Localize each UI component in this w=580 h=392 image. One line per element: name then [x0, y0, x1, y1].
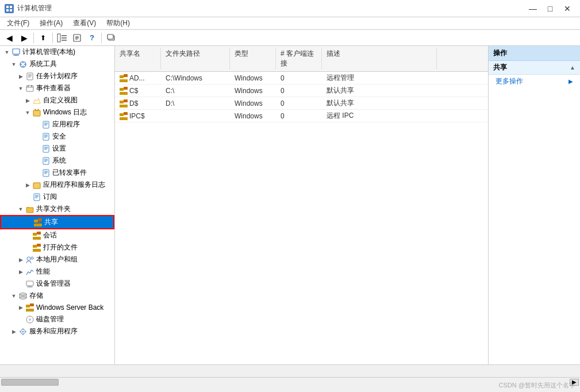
table-header: 共享名 文件夹路径 类型 # 客户端连接 描述	[115, 46, 488, 72]
expand-shared[interactable]: ▼	[16, 205, 25, 214]
tree-storage[interactable]: ▼ 存储	[0, 290, 114, 302]
tree-root[interactable]: ▼ 计算机管理(本地)	[0, 46, 114, 58]
more-actions-item[interactable]: 更多操作 ▶	[489, 75, 580, 88]
svg-rect-44	[43, 157, 49, 164]
tree-event-viewer[interactable]: ▼ 事件查看器	[0, 82, 114, 94]
task-icon	[25, 72, 34, 81]
tree-custom-views[interactable]: ▶ 自定义视图	[0, 94, 114, 106]
table-row[interactable]: C$ C:\ Windows 0 默认共享	[115, 84, 488, 97]
minimize-button[interactable]: —	[525, 2, 541, 15]
col-clients-header[interactable]: # 客户端连接	[276, 48, 322, 70]
svg-rect-28	[28, 85, 29, 87]
tree-setup[interactable]: 设置	[0, 143, 114, 155]
back-button[interactable]: ◀	[2, 32, 16, 44]
expand-app-svc[interactable]: ▶	[23, 180, 32, 190]
main-area: ▼ 计算机管理(本地) ▼ 系统工具 ▶ 任务计划程序 ▼	[0, 46, 580, 364]
tree-services[interactable]: ▶ 服务和应用程序	[0, 325, 114, 337]
help-button[interactable]: ?	[85, 32, 99, 44]
tree-system-tools[interactable]: ▼ 系统工具	[0, 58, 114, 70]
tree-performance[interactable]: ▶ 性能	[0, 266, 114, 278]
cell-clients-4: 0	[276, 111, 322, 121]
svg-rect-81	[30, 303, 34, 306]
tree-shared-label: 共享文件夹	[36, 204, 71, 214]
tree-shares-label: 共享	[44, 217, 58, 227]
svg-rect-26	[26, 86, 33, 91]
expand-custom[interactable]: ▶	[23, 96, 32, 105]
expand-system-tools[interactable]: ▼	[9, 60, 18, 69]
tree-system-log[interactable]: 系统	[0, 155, 114, 167]
expand-services[interactable]: ▶	[9, 327, 18, 336]
tree-forwarded[interactable]: 已转发事件	[0, 167, 114, 179]
expand-root[interactable]: ▼	[2, 48, 11, 57]
maximize-button[interactable]: □	[542, 2, 558, 15]
col-type-header[interactable]: 类型	[230, 48, 276, 70]
scroll-thumb[interactable]	[1, 379, 59, 386]
svg-rect-40	[43, 145, 49, 152]
svg-rect-13	[107, 34, 113, 39]
expand-perf[interactable]: ▶	[16, 267, 25, 276]
tree-security-label: 安全	[52, 132, 66, 141]
table-row[interactable]: IPC$ Windows 0 远程 IPC	[115, 110, 488, 122]
toolbar-sep-2	[52, 33, 53, 43]
expand-task[interactable]: ▶	[16, 72, 25, 81]
properties-button[interactable]	[70, 32, 84, 44]
tree-windows-log[interactable]: ▼ Windows 日志	[0, 106, 114, 118]
close-button[interactable]: ✕	[559, 2, 575, 15]
tree-shares[interactable]: 共享	[0, 215, 114, 229]
tree-local-users[interactable]: ▶ 本地用户和组	[0, 253, 114, 266]
toolbar-sep-1	[33, 33, 34, 43]
table-row[interactable]: AD... C:\Windows Windows 0 远程管理	[115, 72, 488, 84]
tree-wsbk[interactable]: ▶ Windows Server Back	[0, 302, 114, 313]
table-row[interactable]: D$ D:\ Windows 0 默认共享	[115, 97, 488, 110]
menu-help[interactable]: 帮助(H)	[102, 17, 135, 29]
cell-type-4: Windows	[230, 111, 276, 121]
bottom-scrollbar[interactable]: ▶	[0, 377, 580, 386]
tree-system-log-label: 系统	[52, 156, 66, 166]
local-users-icon	[25, 255, 34, 264]
cell-path-4	[161, 115, 230, 117]
cell-clients-3: 0	[276, 98, 322, 109]
tree-local-users-label: 本地用户和组	[36, 255, 78, 264]
security-icon	[41, 132, 51, 141]
svg-rect-70	[37, 244, 41, 247]
app-log-icon	[41, 120, 51, 129]
new-window-button[interactable]	[104, 32, 118, 44]
up-button[interactable]: ⬆	[36, 32, 50, 44]
tree-wsbk-label: Windows Server Back	[36, 303, 103, 312]
expand-wsbk[interactable]: ▶	[16, 303, 25, 312]
tree-sessions[interactable]: 会话	[0, 229, 114, 241]
actions-section-header[interactable]: 共享 ▲	[489, 61, 580, 75]
col-name-header[interactable]: 共享名	[115, 48, 161, 70]
disk-icon	[25, 315, 34, 324]
tree-panel: ▼ 计算机管理(本地) ▼ 系统工具 ▶ 任务计划程序 ▼	[0, 46, 115, 364]
menu-action[interactable]: 操作(A)	[35, 17, 67, 29]
svg-rect-3	[10, 9, 12, 11]
tree-task-scheduler[interactable]: ▶ 任务计划程序	[0, 70, 114, 82]
svg-rect-36	[43, 133, 49, 140]
menu-view[interactable]: 查看(V)	[68, 17, 101, 29]
tree-open-files[interactable]: 打开的文件	[0, 241, 114, 253]
tree-subscriptions[interactable]: 订阅	[0, 191, 114, 203]
show-hide-button[interactable]	[55, 32, 69, 44]
expand-event[interactable]: ▼	[16, 84, 25, 93]
menu-file[interactable]: 文件(F)	[2, 17, 34, 29]
shares-icon	[33, 218, 43, 227]
tree-security[interactable]: 安全	[0, 130, 114, 143]
expand-wlog[interactable]: ▼	[23, 108, 32, 117]
svg-point-86	[22, 330, 24, 332]
tree-device-manager[interactable]: 设备管理器	[0, 278, 114, 290]
col-path-header[interactable]: 文件夹路径	[161, 48, 230, 70]
tree-app-log[interactable]: 应用程序	[0, 118, 114, 130]
sessions-icon	[32, 231, 41, 240]
col-desc-header[interactable]: 描述	[322, 48, 437, 70]
svg-rect-94	[120, 88, 124, 91]
forward-button[interactable]: ▶	[17, 32, 31, 44]
expand-storage[interactable]: ▼	[9, 291, 18, 301]
status-bar	[0, 364, 580, 377]
tree-app-service-log[interactable]: ▶ 应用程序和服务日志	[0, 179, 114, 191]
expand-local[interactable]: ▶	[16, 255, 25, 264]
svg-rect-4	[57, 34, 60, 42]
tree-shared-folders[interactable]: ▼ 共享文件夹	[0, 203, 114, 215]
device-icon	[25, 279, 34, 289]
tree-disk-mgmt[interactable]: 磁盘管理	[0, 313, 114, 325]
